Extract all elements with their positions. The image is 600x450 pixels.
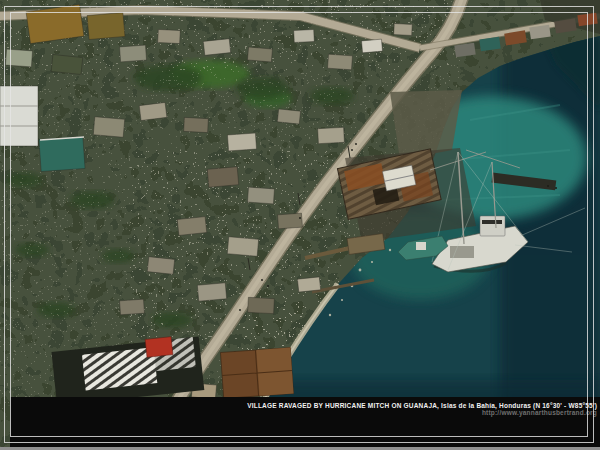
brown-roof-house xyxy=(220,348,293,399)
caption-band: VILLAGE RAVAGED BY HURRICANE MITCH ON GU… xyxy=(10,397,600,447)
caption-title: VILLAGE RAVAGED BY HURRICANE MITCH ON GU… xyxy=(10,402,597,409)
aerial-photo xyxy=(0,0,600,450)
red-roof-house xyxy=(145,337,173,358)
wallpaper-canvas: VILLAGE RAVAGED BY HURRICANE MITCH ON GU… xyxy=(0,0,600,450)
caption-credit-url: http://www.yannarthusbertrand.org xyxy=(10,409,597,416)
